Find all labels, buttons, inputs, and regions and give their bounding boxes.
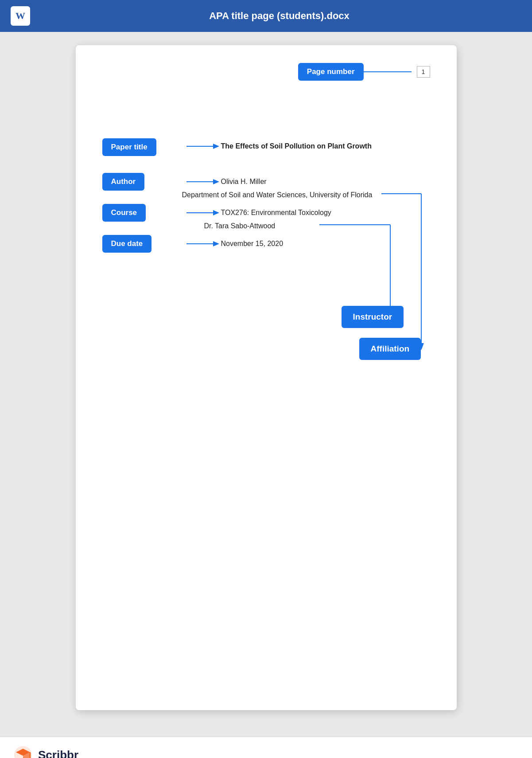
main-content: Page number 1 [0, 32, 532, 737]
svg-marker-2 [213, 144, 219, 149]
instructor-badge: Instructor [342, 306, 404, 328]
author-badge-container: Author [102, 173, 145, 191]
paper-title-badge: Paper title [102, 138, 156, 156]
page-number-badge: Page number [298, 63, 364, 81]
affiliation-badge: Affiliation [359, 338, 421, 360]
svg-marker-8 [213, 241, 219, 246]
svg-marker-4 [213, 179, 219, 184]
paper-title-text: The Effects of Soil Pollution on Plant G… [221, 140, 372, 153]
app-header: W APA title page (students).docx [0, 0, 532, 32]
word-icon: W [11, 6, 30, 26]
affiliation-badge-container: Affiliation [359, 338, 421, 360]
document-paper: Page number 1 [76, 45, 457, 710]
due-date-badge: Due date [102, 235, 152, 253]
due-date-text: November 15, 2020 [221, 238, 283, 250]
connectors-svg [102, 134, 430, 400]
brand-name: Scribbr [38, 748, 78, 758]
svg-marker-6 [213, 210, 219, 215]
course-text: TOX276: Environmental Toxicology [221, 207, 331, 219]
course-badge: Course [102, 204, 146, 222]
scribbr-logo [13, 745, 33, 758]
affiliation-text: Department of Soil and Water Sciences, U… [182, 189, 373, 202]
page-number-value: 1 [417, 66, 430, 78]
annotation-area: Paper title The Effects of Soil Pollutio… [102, 134, 430, 400]
due-date-badge-container: Due date [102, 235, 152, 253]
course-badge-container: Course [102, 204, 146, 222]
author-text: Olivia H. Miller [221, 176, 267, 188]
footer: Scribbr [0, 737, 532, 758]
word-icon-label: W [16, 10, 25, 22]
instructor-text: Dr. Tara Sabo-Attwood [204, 220, 276, 233]
author-badge: Author [102, 173, 145, 191]
scribbr-icon [13, 745, 33, 758]
paper-title-badge-container: Paper title [102, 138, 156, 156]
instructor-badge-container: Instructor [342, 306, 404, 328]
page-number-area: Page number 1 [102, 63, 430, 81]
document-title: APA title page (students).docx [37, 10, 521, 22]
page-number-connector [364, 67, 417, 76]
